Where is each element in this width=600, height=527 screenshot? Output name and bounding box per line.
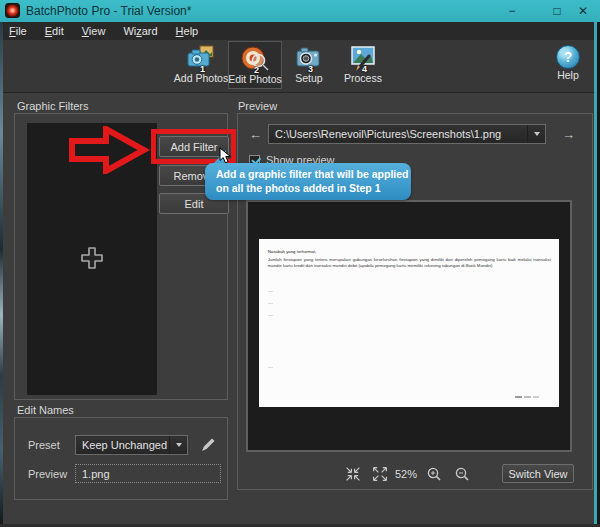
tooltip-line1: Add a graphic filter that will be applie… <box>216 168 400 182</box>
edit-preset-pencil-icon[interactable] <box>200 437 216 453</box>
window-left-edge <box>0 22 3 527</box>
help-icon: ? <box>556 45 580 69</box>
menu-edit[interactable]: Edit <box>36 22 73 40</box>
preview-image-area: Nasabah yang terhormat, Jumlah fiestapoi… <box>246 200 572 452</box>
zoom-level-value: 52% <box>395 468 417 480</box>
add-photos-icon: 1 <box>186 44 216 72</box>
document-preview: Nasabah yang terhormat, Jumlah fiestapoi… <box>259 239 559 407</box>
name-preview-field[interactable]: 1.png <box>75 464 221 483</box>
fit-to-window-icon[interactable] <box>345 466 361 482</box>
edit-photos-icon: 2 <box>240 45 270 73</box>
menu-help[interactable]: Help <box>167 22 208 40</box>
minimize-button[interactable]: − <box>497 0 527 22</box>
preset-value: Keep Unchanged <box>76 439 169 451</box>
graphic-filters-title: Graphic Filters <box>17 100 89 112</box>
tool-setup[interactable]: 3 Setup <box>282 41 336 89</box>
add-filter-placeholder-icon <box>78 244 106 272</box>
tooltip-line2: on all the photos added in Step 1 <box>216 182 400 196</box>
setup-icon: 3 <box>294 44 324 72</box>
dropdown-caret-icon <box>169 436 187 454</box>
document-margin-mark <box>268 303 273 304</box>
document-margin-mark <box>268 315 273 316</box>
tool-add-photos[interactable]: 1 Add Photos <box>174 41 228 89</box>
edit-names-panel <box>14 417 228 500</box>
switch-view-button[interactable]: Switch View <box>502 464 574 483</box>
document-margin-mark <box>268 367 273 368</box>
preview-title: Preview <box>238 100 277 112</box>
document-salutation: Nasabah yang terhormat, <box>268 249 551 255</box>
mouse-cursor-icon <box>219 147 232 165</box>
filter-list[interactable] <box>27 123 157 395</box>
next-photo-button[interactable]: → <box>562 127 575 142</box>
document-body-text: Jumlah fiestapoin yang tertera merupakan… <box>268 258 551 269</box>
toolbar: 1 Add Photos 2 Edit Photos <box>0 40 600 93</box>
document-margin-mark <box>268 291 273 292</box>
menu-bar: File Edit View Wizard Help <box>0 22 600 41</box>
name-preview-label: Preview <box>28 468 67 480</box>
zoom-out-icon[interactable] <box>454 466 470 482</box>
window-title: BatchPhoto Pro - Trial Version* <box>26 0 191 22</box>
preset-dropdown[interactable]: Keep Unchanged <box>75 435 188 455</box>
edit-names-title: Edit Names <box>17 404 74 416</box>
menu-file[interactable]: File <box>0 22 36 40</box>
document-footer-mark <box>515 396 539 398</box>
tool-edit-photos[interactable]: 2 Edit Photos <box>228 41 282 89</box>
zoom-in-icon[interactable] <box>426 466 442 482</box>
app-icon <box>5 3 20 18</box>
close-button[interactable]: ✕ <box>568 0 598 22</box>
title-bar[interactable]: BatchPhoto Pro - Trial Version* − □ ✕ <box>0 0 600 22</box>
tool-help[interactable]: ? Help <box>545 41 591 89</box>
photo-path-value: C:\Users\Renevoil\Pictures\Screenshots\1… <box>269 128 527 140</box>
add-filter-tooltip: Add a graphic filter that will be applie… <box>205 163 411 200</box>
menu-view[interactable]: View <box>73 22 115 40</box>
menu-wizard[interactable]: Wizard <box>114 22 166 40</box>
process-icon: 4 <box>348 44 378 72</box>
batchphoto-window: BatchPhoto Pro - Trial Version* − □ ✕ Fi… <box>0 0 600 527</box>
previous-photo-button[interactable]: ← <box>249 127 262 142</box>
actual-size-icon[interactable] <box>372 466 388 482</box>
preset-label: Preset <box>28 439 60 451</box>
tool-process[interactable]: 4 Process <box>336 41 390 89</box>
photo-path-dropdown[interactable]: C:\Users\Renevoil\Pictures\Screenshots\1… <box>268 124 546 144</box>
dropdown-caret-icon <box>527 125 545 143</box>
